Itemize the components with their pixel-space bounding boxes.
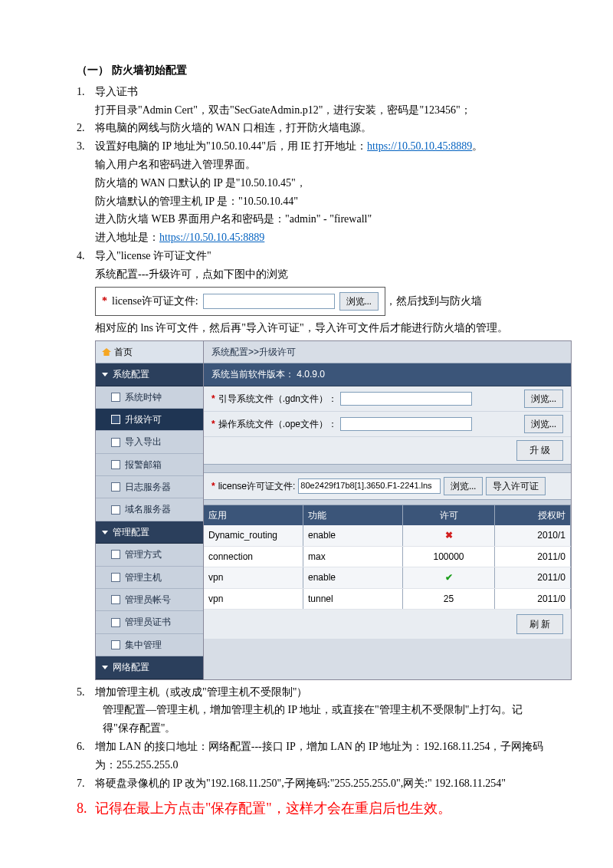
browse-button[interactable]: 浏览... [524, 390, 563, 408]
page-icon [111, 415, 120, 424]
ope-file-input[interactable] [340, 417, 472, 431]
list-item-3: 3. 设置好电脑的 IP 地址为"10.50.10.44"后，用 IE 打开地址… [77, 137, 544, 247]
boot-file-input[interactable] [340, 392, 472, 406]
page-icon [111, 550, 120, 559]
th-app: 应用 [204, 505, 303, 525]
license-file-input[interactable] [203, 294, 335, 309]
cell-app: Dynamic_routing [204, 525, 303, 545]
required-asterisk: * [211, 391, 215, 406]
item-text: 打开目录"Admin Cert"，双击"SecGateAdmin.p12"，进行… [95, 101, 544, 120]
import-license-button[interactable]: 导入许可证 [486, 477, 546, 495]
table-row: vpn tunnel 25 2011/0 [204, 589, 571, 610]
list-item-8-highlight: 8. 记得在最上方点击"保存配置"，这样才会在重启后也生效。 [77, 792, 544, 820]
section-label: 管理配置 [113, 524, 149, 540]
sidebar-item[interactable]: 系统时钟 [96, 386, 203, 409]
cell-auth: 2011/0 [495, 567, 571, 587]
sidebar-item[interactable]: 集中管理 [96, 634, 203, 656]
sidebar-section-system[interactable]: 系统配置 [96, 363, 203, 386]
cell-app: vpn [204, 567, 303, 587]
th-auth: 授权时 [495, 505, 571, 525]
sidebar-item[interactable]: 管理方式 [96, 544, 203, 566]
sidebar-section-network[interactable]: 网络配置 [96, 656, 203, 679]
sidebar-item[interactable]: 管理员帐号 [96, 589, 203, 611]
sidebar-item[interactable]: 日志服务器 [96, 476, 203, 498]
cell-func: enable [303, 525, 403, 545]
sidebar-item-label: 集中管理 [125, 637, 162, 653]
item-text: 增加 LAN 的接口地址：网络配置---接口 IP，增加 LAN 的 IP 地址… [95, 738, 544, 774]
page-icon [111, 640, 120, 649]
sidebar-item[interactable]: 管理员证书 [96, 611, 203, 633]
item-text: 进入防火墙 WEB 界面用户名和密码是："admin" - "firewall" [95, 210, 544, 229]
item-text: 管理配置—管理主机，增加管理主机的 IP 地址，或直接在"管理主机不受限制"上打… [95, 701, 544, 738]
sidebar-item-label: 导入导出 [125, 434, 162, 449]
home-label: 首页 [114, 344, 133, 360]
section-label: 网络配置 [113, 659, 149, 675]
url-link[interactable]: https://10.50.10.45:8889 [367, 140, 472, 152]
sidebar-item-label: 报警邮箱 [125, 457, 162, 472]
page-icon [111, 460, 120, 469]
firewall-ui-screenshot: 首页 系统配置 系统时钟 升级许可 导入导出 报警邮箱 日志服务器 域名服务器 … [95, 340, 572, 680]
breadcrumb: 系统配置>>升级许可 [204, 341, 571, 363]
required-asterisk: * [102, 292, 107, 311]
sidebar-item-label: 管理员证书 [125, 614, 171, 630]
th-lic: 许可 [403, 505, 495, 525]
item-number: 4. [77, 247, 95, 683]
ope-file-label: 操作系统文件（.ope文件）： [218, 416, 337, 432]
list-item-4: 4. 导入"license 许可证文件" 系统配置---升级许可，点如下图中的浏… [77, 247, 544, 683]
browse-button[interactable]: 浏览... [524, 415, 563, 433]
sidebar-item[interactable]: 管理主机 [96, 567, 203, 589]
boot-file-row: * 引导系统文件（.gdn文件）： 浏览... [204, 386, 571, 412]
license-file-input[interactable]: 80e2429f17b8[1].3650.F1-2241.lns [298, 478, 441, 494]
cell-auth: 2011/0 [495, 547, 571, 567]
cell-func: enable [303, 567, 403, 587]
cell-auth: 2011/0 [495, 589, 571, 609]
chevron-down-icon [102, 666, 108, 669]
browse-button[interactable]: 浏览... [339, 292, 379, 311]
item-text: 防火墙默认的管理主机 IP 是："10.50.10.44" [95, 192, 544, 211]
table-header: 应用 功能 许可 授权时 [204, 505, 571, 525]
item-number: 1. [77, 83, 95, 120]
section-label: 系统配置 [113, 367, 149, 382]
cross-icon: ✖ [445, 530, 453, 541]
main-panel: 系统配置>>升级许可 系统当前软件版本： 4.0.9.0 * 引导系统文件（.g… [204, 341, 571, 679]
license-file-box: * license许可证文件: 浏览... [95, 287, 385, 316]
cell-auth: 2010/1 [495, 525, 571, 545]
page-icon [111, 505, 120, 515]
sidebar: 首页 系统配置 系统时钟 升级许可 导入导出 报警邮箱 日志服务器 域名服务器 … [96, 341, 204, 679]
doc-heading: （一） 防火墙初始配置 [77, 61, 544, 80]
sidebar-section-manage[interactable]: 管理配置 [96, 521, 203, 544]
url-link[interactable]: https://10.50.10.45:8889 [159, 232, 264, 243]
item-text: 防火墙的 WAN 口默认的 IP 是"10.50.10.45"， [95, 174, 544, 192]
sidebar-home[interactable]: 首页 [96, 341, 203, 363]
license-row: * license许可证文件: 80e2429f17b8[1].3650.F1-… [204, 473, 571, 500]
sidebar-item-label: 系统时钟 [125, 390, 162, 405]
item-text: 系统配置---升级许可，点如下图中的浏览 [95, 265, 572, 284]
cell-app: connection [204, 547, 303, 567]
list-item-5: 5. 增加管理主机（或改成"管理主机不受限制"） 管理配置—管理主机，增加管理主… [77, 683, 544, 738]
table-row: Dynamic_routing enable ✖ 2010/1 [204, 525, 571, 546]
cell-func: tunnel [303, 589, 403, 609]
list-item-2: 2. 将电脑的网线与防火墙的 WAN 口相连，打开防火墙电源。 [77, 119, 544, 137]
table-row: connection max 100000 2011/0 [204, 547, 571, 567]
license-label: license许可证文件: [218, 478, 296, 494]
refresh-button[interactable]: 刷 新 [516, 614, 563, 634]
sidebar-item-label: 管理主机 [125, 570, 162, 585]
item-text: 导入证书 [95, 83, 544, 101]
chevron-down-icon [102, 531, 108, 534]
sidebar-item[interactable]: 报警邮箱 [96, 454, 203, 476]
item-text: 输入用户名和密码进入管理界面。 [95, 156, 544, 174]
sidebar-item[interactable]: 域名服务器 [96, 498, 203, 521]
page-icon [111, 482, 120, 492]
item-text: 。 [472, 140, 483, 152]
chevron-down-icon [102, 373, 108, 376]
sidebar-item-label: 管理方式 [125, 547, 162, 562]
required-asterisk: * [211, 416, 215, 432]
sidebar-item[interactable]: 导入导出 [96, 431, 203, 453]
page-icon [111, 595, 120, 604]
browse-button[interactable]: 浏览... [444, 477, 483, 495]
cell-lic: 25 [403, 589, 495, 609]
sidebar-item-active[interactable]: 升级许可 [96, 409, 203, 431]
item-text: 将电脑的网线与防火墙的 WAN 口相连，打开防火墙电源。 [95, 119, 544, 137]
item-number: 3. [77, 137, 95, 247]
upgrade-button[interactable]: 升 级 [516, 440, 563, 460]
